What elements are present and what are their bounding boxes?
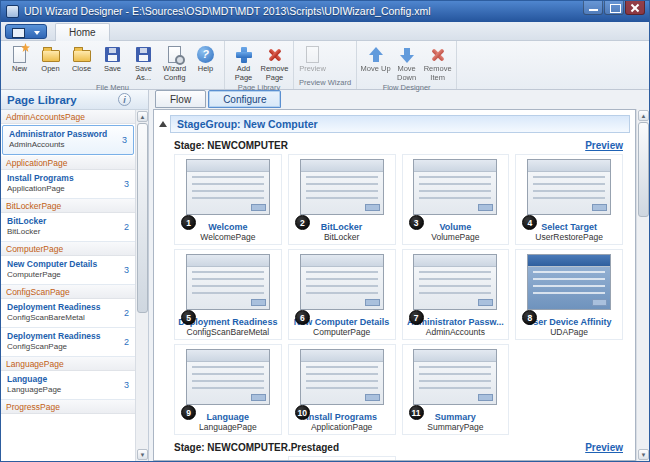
remove-item-button[interactable]: Remove Item (422, 42, 453, 83)
help-button[interactable]: Help (190, 42, 221, 75)
library-item-language[interactable]: Language LanguagePage 3 (1, 371, 135, 400)
udi-wizard-designer-window: UDI Wizard Designer - E:\Sources\OSD\MDT… (0, 0, 650, 462)
library-item-administrator-password[interactable]: Administrator Password AdminAccounts 3 (2, 125, 134, 155)
stage-newcomputer-prestaged: Stage: NEWCOMPUTER.Prestaged Preview (174, 442, 623, 461)
main-area: Flow Configure StageGroup: New Computer … (151, 90, 649, 461)
ribbon-group-file-menu: New Open Close Save Save As... (1, 41, 225, 89)
page-thumbnail (413, 349, 497, 405)
app-icon (6, 5, 19, 18)
group-header-adminaccountspage[interactable]: AdminAccountsPage (1, 110, 135, 124)
page-card-user-device-affinity[interactable]: 8 User Device Affinity UDAPage (515, 249, 623, 340)
library-item-deployment-readiness-configscan[interactable]: Deployment Readiness ConfigScanPage 2 (1, 328, 135, 357)
close-file-button[interactable]: Close (66, 42, 97, 75)
scroll-down-icon[interactable]: ▼ (137, 449, 148, 460)
page-thumbnail (186, 349, 270, 405)
move-up-button[interactable]: Move Up (360, 42, 391, 75)
page-card-deployment-readiness[interactable]: 5 Deployment Readiness ConfigScanBareMet… (174, 249, 282, 340)
page-card-select-target[interactable]: 4 Select Target UserRestorePage (515, 154, 623, 245)
page-thumbnail (413, 159, 497, 215)
item-count: 3 (124, 179, 129, 189)
group-header-languagepage[interactable]: LanguagePage (1, 357, 135, 371)
page-card-volume[interactable]: 3 Volume VolumePage (402, 154, 510, 245)
page-card-bitlocker[interactable]: 2 BitLocker BitLocker (288, 154, 396, 245)
tab-home[interactable]: Home (55, 23, 110, 41)
page-number-badge: 5 (181, 310, 196, 325)
main-scrollbar[interactable]: ▲ ▼ (636, 109, 649, 461)
add-plus-icon (228, 43, 259, 65)
collapse-caret-icon[interactable] (159, 121, 167, 127)
flow-designer-panel: StageGroup: New Computer Stage: NEWCOMPU… (153, 109, 636, 461)
application-menu-button[interactable] (5, 24, 47, 39)
page-card-administrator-password[interactable]: 7 Administrator Passw... AdminAccounts (402, 249, 510, 340)
close-button[interactable] (625, 1, 645, 15)
item-count: 2 (124, 222, 129, 232)
library-item-new-computer-details[interactable]: New Computer Details ComputerPage 3 (1, 256, 135, 285)
page-library-list: AdminAccountsPage Administrator Password… (1, 110, 135, 461)
item-count: 3 (124, 380, 129, 390)
page-thumbnail (300, 159, 384, 215)
maximize-button[interactable] (604, 1, 624, 15)
ribbon: New Open Close Save Save As... (1, 41, 649, 90)
item-count: 2 (124, 337, 129, 347)
page-card-welcome[interactable]: 1 Welcome WelcomePage (174, 154, 282, 245)
info-icon[interactable]: i (118, 93, 131, 106)
page-card-partial[interactable] (288, 456, 396, 461)
page-number-badge: 2 (295, 215, 310, 230)
page-thumbnail (300, 349, 384, 405)
preview-link[interactable]: Preview (585, 442, 623, 453)
page-library-header: Page Library i (1, 90, 148, 110)
scroll-down-icon[interactable]: ▼ (638, 449, 649, 460)
page-card-language[interactable]: 9 Language LanguagePage (174, 344, 282, 435)
preview-link[interactable]: Preview (585, 140, 623, 151)
page-library-sidebar: Page Library i AdminAccountsPage Adminis… (1, 90, 149, 461)
scroll-up-icon[interactable]: ▲ (638, 110, 649, 121)
ribbon-group-preview-wizard: Preview Preview Wizard (294, 41, 357, 89)
minimize-button[interactable] (583, 1, 603, 15)
page-number-badge: 3 (409, 215, 424, 230)
open-button[interactable]: Open (35, 42, 66, 75)
preview-button[interactable]: Preview (297, 42, 328, 75)
add-page-button[interactable]: Add Page (228, 42, 259, 83)
sidebar-scrollbar[interactable]: ▲ ▼ (135, 110, 148, 461)
page-library-title: Page Library (7, 94, 77, 106)
page-card-summary[interactable]: 11 Summary SummaryPage (402, 344, 510, 435)
library-item-deployment-readiness-baremetal[interactable]: Deployment Readiness ConfigScanBareMetal… (1, 299, 135, 328)
stage-group-header[interactable]: StageGroup: New Computer (170, 115, 630, 133)
group-header-progresspage[interactable]: ProgressPage (1, 400, 135, 414)
page-card-new-computer-details[interactable]: 6 New Computer Details ComputerPage (288, 249, 396, 340)
tab-flow[interactable]: Flow (155, 90, 206, 108)
page-flow-grid-prestaged (174, 456, 623, 461)
page-flow-grid: 1 Welcome WelcomePage 2 BitLocker BitLoc… (174, 154, 623, 435)
group-header-computerpage[interactable]: ComputerPage (1, 242, 135, 256)
save-as-button[interactable]: Save As... (128, 42, 159, 83)
page-number-badge: 6 (295, 310, 310, 325)
item-count: 2 (124, 308, 129, 318)
help-icon (190, 43, 221, 65)
item-count: 3 (124, 265, 129, 275)
remove-page-button[interactable]: Remove Page (259, 42, 290, 83)
save-button[interactable]: Save (97, 42, 128, 75)
scrollbar-thumb[interactable] (638, 122, 649, 217)
group-header-configscanpage[interactable]: ConfigScanPage (1, 285, 135, 299)
library-item-install-programs[interactable]: Install Programs ApplicationPage 3 (1, 170, 135, 199)
page-thumbnail (413, 254, 497, 310)
remove-x-icon (259, 43, 290, 65)
new-button[interactable]: New (4, 42, 35, 75)
ribbon-tab-row: Home (1, 22, 649, 41)
move-down-button[interactable]: Move Down (391, 42, 422, 83)
arrow-up-icon (360, 43, 391, 65)
title-bar[interactable]: UDI Wizard Designer - E:\Sources\OSD\MDT… (1, 1, 649, 22)
scrollbar-thumb[interactable] (137, 123, 148, 313)
wizard-config-button[interactable]: Wizard Config (159, 42, 190, 83)
group-header-bitlockerpage[interactable]: BitLockerPage (1, 199, 135, 213)
tab-configure[interactable]: Configure (208, 90, 281, 108)
group-header-applicationpage[interactable]: ApplicationPage (1, 156, 135, 170)
arrow-down-icon (391, 43, 422, 65)
library-item-bitlocker[interactable]: BitLocker BitLocker 2 (1, 213, 135, 242)
page-thumbnail (186, 254, 270, 310)
stage-newcomputer: Stage: NEWCOMPUTER Preview 1 Welcome Wel… (174, 140, 623, 435)
page-number-badge: 7 (409, 310, 424, 325)
scroll-up-icon[interactable]: ▲ (137, 111, 148, 122)
page-number-badge: 1 (181, 215, 196, 230)
page-card-install-programs[interactable]: 10 Install Programs ApplicationPage (288, 344, 396, 435)
